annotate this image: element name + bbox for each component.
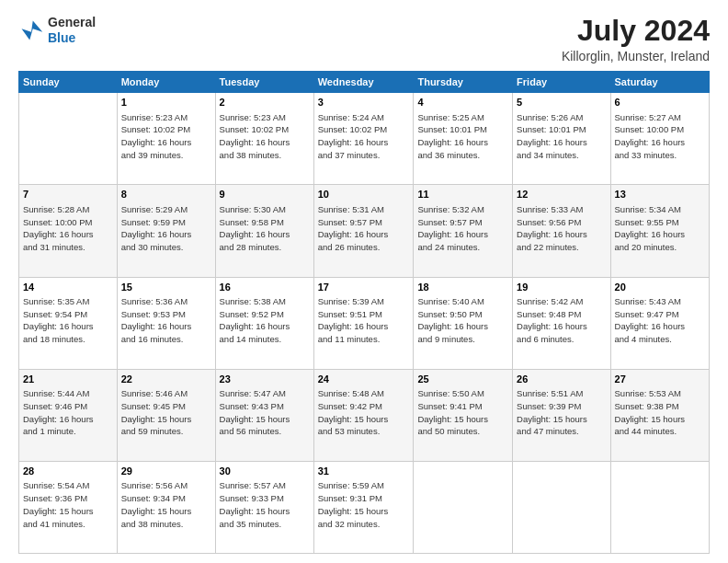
day-number: 14 xyxy=(23,281,113,294)
logo-blue: Blue xyxy=(48,30,96,46)
calendar-day-cell: 27Sunrise: 5:53 AMSunset: 9:38 PMDayligh… xyxy=(610,369,709,461)
day-info: Sunrise: 5:28 AMSunset: 10:00 PMDaylight… xyxy=(23,203,113,254)
day-info: Sunrise: 5:51 AMSunset: 9:39 PMDaylight:… xyxy=(517,387,606,438)
calendar-day-cell: 3Sunrise: 5:24 AMSunset: 10:02 PMDayligh… xyxy=(313,93,414,185)
calendar-day-cell: 17Sunrise: 5:39 AMSunset: 9:51 PMDayligh… xyxy=(313,277,414,369)
calendar-header-cell: Tuesday xyxy=(215,72,313,93)
day-number: 18 xyxy=(417,281,508,294)
day-number: 6 xyxy=(615,96,705,109)
day-number: 31 xyxy=(318,465,410,478)
calendar-week-row: 1Sunrise: 5:23 AMSunset: 10:02 PMDayligh… xyxy=(19,93,710,185)
day-info: Sunrise: 5:43 AMSunset: 9:47 PMDaylight:… xyxy=(615,295,705,346)
calendar-day-cell: 25Sunrise: 5:50 AMSunset: 9:41 PMDayligh… xyxy=(414,369,513,461)
calendar-day-cell xyxy=(610,461,709,553)
calendar-day-cell: 18Sunrise: 5:40 AMSunset: 9:50 PMDayligh… xyxy=(414,277,513,369)
calendar-day-cell: 24Sunrise: 5:48 AMSunset: 9:42 PMDayligh… xyxy=(313,369,414,461)
day-info: Sunrise: 5:35 AMSunset: 9:54 PMDaylight:… xyxy=(23,295,113,346)
day-number: 2 xyxy=(220,96,310,109)
day-number: 28 xyxy=(23,465,113,478)
calendar-header-cell: Friday xyxy=(513,72,610,93)
day-number: 21 xyxy=(23,373,113,386)
day-info: Sunrise: 5:48 AMSunset: 9:42 PMDaylight:… xyxy=(318,387,410,438)
calendar-day-cell: 26Sunrise: 5:51 AMSunset: 9:39 PMDayligh… xyxy=(513,369,610,461)
day-number: 17 xyxy=(318,281,410,294)
day-info: Sunrise: 5:29 AMSunset: 9:59 PMDaylight:… xyxy=(121,203,211,254)
day-number: 23 xyxy=(220,373,310,386)
day-info: Sunrise: 5:50 AMSunset: 9:41 PMDaylight:… xyxy=(417,387,508,438)
calendar-day-cell: 16Sunrise: 5:38 AMSunset: 9:52 PMDayligh… xyxy=(215,277,313,369)
day-info: Sunrise: 5:53 AMSunset: 9:38 PMDaylight:… xyxy=(615,387,705,438)
day-number: 30 xyxy=(220,465,310,478)
day-number: 9 xyxy=(220,188,310,201)
day-info: Sunrise: 5:30 AMSunset: 9:58 PMDaylight:… xyxy=(220,203,310,254)
day-info: Sunrise: 5:46 AMSunset: 9:45 PMDaylight:… xyxy=(121,387,211,438)
page: General Blue July 2024 Killorglin, Munst… xyxy=(0,0,728,563)
calendar-day-cell: 4Sunrise: 5:25 AMSunset: 10:01 PMDayligh… xyxy=(414,93,513,185)
day-number: 12 xyxy=(517,188,606,201)
day-info: Sunrise: 5:56 AMSunset: 9:34 PMDaylight:… xyxy=(121,479,211,530)
calendar-day-cell: 15Sunrise: 5:36 AMSunset: 9:53 PMDayligh… xyxy=(117,277,215,369)
calendar-header-cell: Wednesday xyxy=(313,72,414,93)
calendar-day-cell: 19Sunrise: 5:42 AMSunset: 9:48 PMDayligh… xyxy=(513,277,610,369)
month-title: July 2024 xyxy=(562,15,710,47)
day-info: Sunrise: 5:54 AMSunset: 9:36 PMDaylight:… xyxy=(23,479,113,530)
logo-text: General Blue xyxy=(48,15,96,46)
calendar-day-cell: 10Sunrise: 5:31 AMSunset: 9:57 PMDayligh… xyxy=(313,185,414,277)
calendar-week-row: 14Sunrise: 5:35 AMSunset: 9:54 PMDayligh… xyxy=(19,277,710,369)
day-info: Sunrise: 5:23 AMSunset: 10:02 PMDaylight… xyxy=(121,111,211,162)
calendar-day-cell xyxy=(513,461,610,553)
day-number: 3 xyxy=(318,96,410,109)
calendar-table: SundayMondayTuesdayWednesdayThursdayFrid… xyxy=(18,71,710,554)
day-info: Sunrise: 5:36 AMSunset: 9:53 PMDaylight:… xyxy=(121,295,211,346)
svg-marker-0 xyxy=(22,20,43,40)
day-number: 7 xyxy=(23,188,113,201)
day-info: Sunrise: 5:59 AMSunset: 9:31 PMDaylight:… xyxy=(318,479,410,530)
day-info: Sunrise: 5:27 AMSunset: 10:00 PMDaylight… xyxy=(615,111,705,162)
day-number: 8 xyxy=(121,188,211,201)
calendar-header-row: SundayMondayTuesdayWednesdayThursdayFrid… xyxy=(19,72,710,93)
day-info: Sunrise: 5:33 AMSunset: 9:56 PMDaylight:… xyxy=(517,203,606,254)
calendar-day-cell: 21Sunrise: 5:44 AMSunset: 9:46 PMDayligh… xyxy=(19,369,118,461)
day-info: Sunrise: 5:25 AMSunset: 10:01 PMDaylight… xyxy=(417,111,508,162)
day-info: Sunrise: 5:47 AMSunset: 9:43 PMDaylight:… xyxy=(220,387,310,438)
logo: General Blue xyxy=(18,15,96,46)
day-info: Sunrise: 5:23 AMSunset: 10:02 PMDaylight… xyxy=(220,111,310,162)
day-number: 15 xyxy=(121,281,211,294)
calendar-day-cell: 11Sunrise: 5:32 AMSunset: 9:57 PMDayligh… xyxy=(414,185,513,277)
day-info: Sunrise: 5:39 AMSunset: 9:51 PMDaylight:… xyxy=(318,295,410,346)
calendar-header-cell: Thursday xyxy=(414,72,513,93)
calendar-day-cell: 22Sunrise: 5:46 AMSunset: 9:45 PMDayligh… xyxy=(117,369,215,461)
day-number: 29 xyxy=(121,465,211,478)
day-info: Sunrise: 5:32 AMSunset: 9:57 PMDaylight:… xyxy=(417,203,508,254)
logo-icon xyxy=(18,17,44,43)
day-info: Sunrise: 5:24 AMSunset: 10:02 PMDaylight… xyxy=(318,111,410,162)
calendar-header-cell: Sunday xyxy=(19,72,118,93)
calendar-day-cell: 30Sunrise: 5:57 AMSunset: 9:33 PMDayligh… xyxy=(215,461,313,553)
calendar-day-cell: 29Sunrise: 5:56 AMSunset: 9:34 PMDayligh… xyxy=(117,461,215,553)
day-number: 11 xyxy=(417,188,508,201)
calendar-day-cell: 8Sunrise: 5:29 AMSunset: 9:59 PMDaylight… xyxy=(117,185,215,277)
calendar-day-cell: 14Sunrise: 5:35 AMSunset: 9:54 PMDayligh… xyxy=(19,277,118,369)
day-number: 22 xyxy=(121,373,211,386)
day-info: Sunrise: 5:42 AMSunset: 9:48 PMDaylight:… xyxy=(517,295,606,346)
day-number: 4 xyxy=(417,96,508,109)
calendar-day-cell xyxy=(19,93,118,185)
day-info: Sunrise: 5:40 AMSunset: 9:50 PMDaylight:… xyxy=(417,295,508,346)
calendar-day-cell: 1Sunrise: 5:23 AMSunset: 10:02 PMDayligh… xyxy=(117,93,215,185)
day-number: 26 xyxy=(517,373,606,386)
calendar-day-cell: 2Sunrise: 5:23 AMSunset: 10:02 PMDayligh… xyxy=(215,93,313,185)
calendar-day-cell: 13Sunrise: 5:34 AMSunset: 9:55 PMDayligh… xyxy=(610,185,709,277)
calendar-week-row: 28Sunrise: 5:54 AMSunset: 9:36 PMDayligh… xyxy=(19,461,710,553)
calendar-day-cell: 12Sunrise: 5:33 AMSunset: 9:56 PMDayligh… xyxy=(513,185,610,277)
day-info: Sunrise: 5:57 AMSunset: 9:33 PMDaylight:… xyxy=(220,479,310,530)
calendar-day-cell: 7Sunrise: 5:28 AMSunset: 10:00 PMDayligh… xyxy=(19,185,118,277)
calendar-day-cell: 9Sunrise: 5:30 AMSunset: 9:58 PMDaylight… xyxy=(215,185,313,277)
calendar-day-cell xyxy=(414,461,513,553)
calendar-day-cell: 23Sunrise: 5:47 AMSunset: 9:43 PMDayligh… xyxy=(215,369,313,461)
calendar-header-cell: Monday xyxy=(117,72,215,93)
calendar-day-cell: 31Sunrise: 5:59 AMSunset: 9:31 PMDayligh… xyxy=(313,461,414,553)
header: General Blue July 2024 Killorglin, Munst… xyxy=(18,15,710,63)
calendar-week-row: 7Sunrise: 5:28 AMSunset: 10:00 PMDayligh… xyxy=(19,185,710,277)
day-info: Sunrise: 5:26 AMSunset: 10:01 PMDaylight… xyxy=(517,111,606,162)
calendar-week-row: 21Sunrise: 5:44 AMSunset: 9:46 PMDayligh… xyxy=(19,369,710,461)
